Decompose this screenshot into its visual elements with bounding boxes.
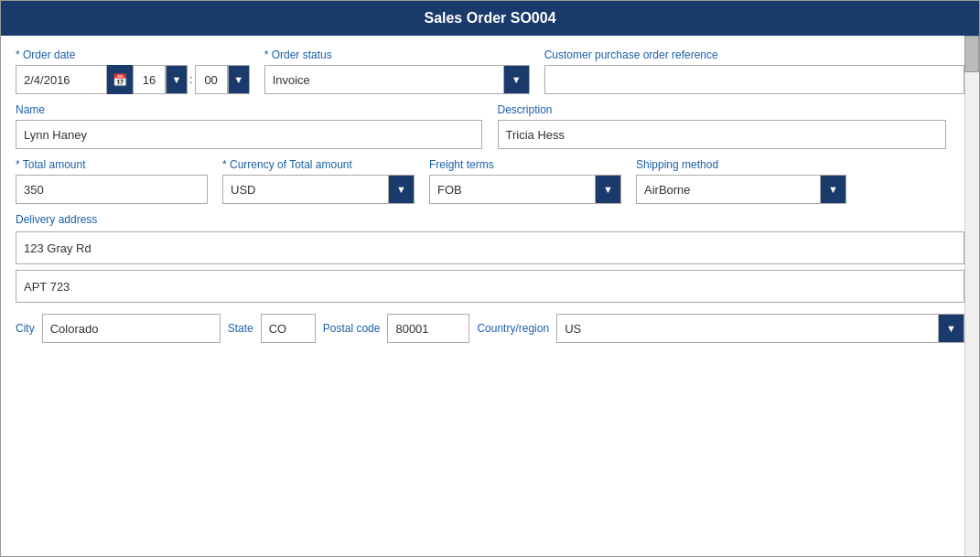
hour-input[interactable] (133, 65, 166, 94)
name-input[interactable] (16, 120, 482, 149)
order-status-dropdown-btn[interactable]: ▼ (503, 66, 529, 93)
currency-dropdown-btn[interactable]: ▼ (388, 176, 414, 203)
customer-po-input[interactable] (544, 65, 964, 94)
form-content: Order date 📅 ▼ : ▼ Order status Invoice … (1, 36, 979, 556)
order-date-label: Order date (16, 48, 250, 61)
country-region-label: Country/region (477, 322, 549, 335)
customer-po-group: Customer purchase order reference (544, 48, 964, 94)
postal-code-label: Postal code (323, 322, 381, 335)
description-label: Description (498, 103, 965, 116)
currency-value: USD (223, 177, 388, 202)
total-amount-input[interactable] (16, 175, 208, 204)
order-status-value: Invoice (265, 68, 503, 92)
total-amount-label: Total amount (16, 158, 208, 171)
delivery-address-section: Delivery address City State Postal code … (16, 213, 964, 343)
country-region-select[interactable]: US ▼ (556, 314, 964, 343)
shipping-method-group: Shipping method AirBorne ▼ (636, 158, 846, 204)
minute-input[interactable] (195, 65, 228, 94)
sales-order-window: Sales Order SO004 Order date 📅 ▼ : ▼ Ord… (0, 0, 980, 557)
description-group: Description (498, 103, 965, 149)
freight-terms-select[interactable]: FOB ▼ (429, 175, 621, 204)
address-bottom-row: City State Postal code Country/region US… (16, 314, 964, 343)
order-date-input-group: 📅 ▼ : ▼ (16, 65, 250, 94)
freight-terms-group: Freight terms FOB ▼ (429, 158, 621, 204)
name-group: Name (16, 103, 483, 149)
row-name-desc: Name Description (16, 103, 964, 149)
hour-dropdown-button[interactable]: ▼ (166, 65, 188, 94)
freight-terms-value: FOB (430, 177, 595, 202)
currency-group: Currency of Total amount USD ▼ (222, 158, 415, 204)
state-input[interactable] (261, 314, 316, 343)
row-order-info: Order date 📅 ▼ : ▼ Order status Invoice … (16, 48, 964, 94)
address-line2-input[interactable] (16, 270, 964, 303)
row-amounts: Total amount Currency of Total amount US… (16, 158, 964, 204)
title-bar: Sales Order SO004 (1, 1, 979, 36)
address-line1-input[interactable] (16, 231, 964, 264)
description-input[interactable] (498, 120, 946, 149)
currency-select[interactable]: USD ▼ (222, 175, 415, 204)
minute-dropdown-button[interactable]: ▼ (228, 65, 250, 94)
state-label: State (228, 322, 253, 335)
city-label: City (16, 322, 35, 335)
name-label: Name (16, 103, 483, 116)
scrollbar-track (964, 36, 979, 556)
total-amount-group: Total amount (16, 158, 208, 204)
customer-po-label: Customer purchase order reference (544, 48, 964, 61)
order-status-group: Order status Invoice ▼ (264, 48, 530, 94)
freight-terms-dropdown-btn[interactable]: ▼ (595, 176, 620, 203)
order-status-label: Order status (264, 48, 530, 61)
freight-terms-label: Freight terms (429, 158, 621, 171)
country-region-value: US (557, 316, 938, 341)
order-date-input[interactable] (16, 65, 107, 94)
currency-label: Currency of Total amount (222, 158, 415, 171)
window-title: Sales Order SO004 (424, 10, 555, 26)
postal-code-input[interactable] (387, 314, 469, 343)
order-status-select[interactable]: Invoice ▼ (264, 65, 530, 94)
delivery-address-label: Delivery address (16, 213, 964, 226)
time-colon: : (188, 65, 195, 94)
order-date-group: Order date 📅 ▼ : ▼ (16, 48, 250, 94)
shipping-method-dropdown-btn[interactable]: ▼ (820, 176, 845, 203)
country-region-dropdown-btn[interactable]: ▼ (938, 315, 964, 342)
shipping-method-value: AirBorne (637, 177, 820, 202)
city-input[interactable] (42, 314, 221, 343)
scrollbar-thumb[interactable] (964, 36, 979, 72)
calendar-button[interactable]: 📅 (107, 65, 133, 94)
shipping-method-select[interactable]: AirBorne ▼ (636, 175, 846, 204)
shipping-method-label: Shipping method (636, 158, 846, 171)
